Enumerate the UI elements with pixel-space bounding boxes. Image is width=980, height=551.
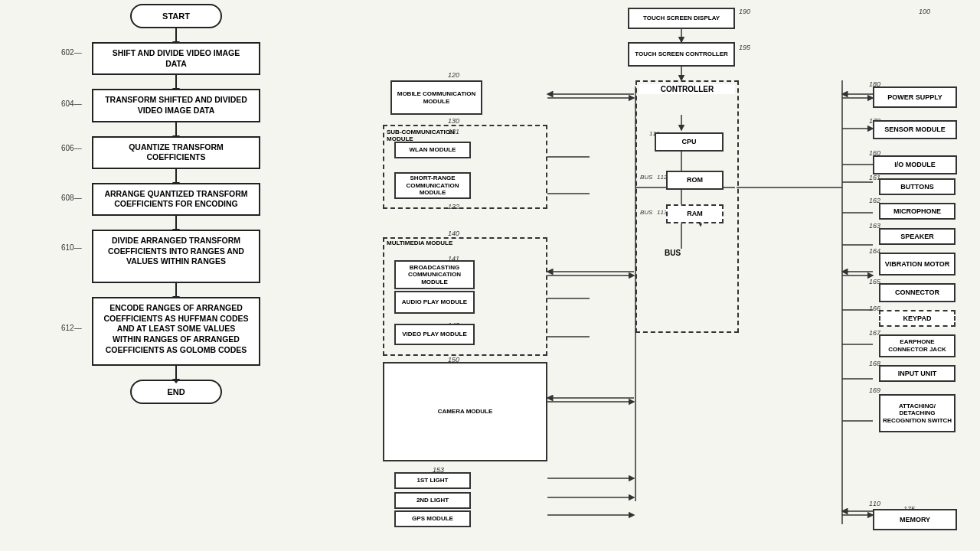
- attaching-block: ATTACHING/ DETACHING RECOGNITION SWITCH: [879, 394, 956, 432]
- label-610: 610—: [61, 243, 82, 252]
- label-602: 602—: [61, 48, 82, 57]
- label-612: 612—: [61, 324, 82, 332]
- buttons-block: BUTTONS: [879, 178, 956, 195]
- touch-screen-controller-block: TOUCH SCREEN CONTROLLER: [628, 42, 735, 67]
- sensor-block: SENSOR MODULE: [873, 120, 957, 139]
- ref-190: 190: [739, 8, 750, 15]
- step-604-row: 604— TRANSFORM SHIFTED AND DIVIDED VIDEO…: [61, 89, 291, 122]
- step-612-row: 612— ENCODE RANGES OF ARRANGED COEFFICIE…: [61, 297, 291, 366]
- sub-comm-label: SUB-COMMUNICATION MODULE: [387, 129, 463, 142]
- step-604-box: TRANSFORM SHIFTED AND DIVIDED VIDEO IMAG…: [92, 89, 260, 122]
- label-604: 604—: [61, 99, 82, 108]
- gps-block: GPS MODULE: [394, 510, 471, 527]
- camera-block: CAMERA MODULE: [383, 362, 547, 461]
- arrow-4: [175, 169, 177, 183]
- earphone-block: EARPHONE CONNECTOR JACK: [879, 334, 956, 357]
- ref-132: 132: [448, 203, 459, 210]
- mobile-comm-block: MOBILE COMMUNICATION MODULE: [390, 80, 482, 115]
- step-610-box: DIVIDE ARRANGED TRANSFORM COEFFICIENTS I…: [92, 230, 260, 283]
- ref-140: 140: [448, 230, 459, 237]
- step-610-row: 610— DIVIDE ARRANGED TRANSFORM COEFFICIE…: [61, 230, 291, 283]
- step-608-row: 608— ARRANGE QUANTIZED TRANSFORM COEFFIC…: [61, 183, 291, 216]
- diagram-panel: 100 TOUCH SCREEN DISPLAY 190 TOUCH SCREE…: [375, 0, 980, 551]
- memory-block: MEMORY: [873, 509, 957, 530]
- arrow-2: [175, 75, 177, 89]
- step-612-box: ENCODE RANGES OF ARRANGED COEFFICIENTS A…: [92, 297, 260, 366]
- flowchart-panel: START 602— SHIFT AND DIVIDE VIDEO IMAGE …: [0, 0, 375, 551]
- broadcasting-block: BROADCASTING COMMUNICATION MODULE: [394, 260, 475, 289]
- arrow-6: [175, 283, 177, 297]
- ref-130: 130: [448, 117, 459, 125]
- microphone-block: MICROPHONE: [879, 203, 956, 220]
- label-608: 608—: [61, 194, 82, 202]
- io-module-block: I/O MODULE: [873, 155, 957, 174]
- ref-169: 169: [869, 386, 880, 394]
- label-606: 606—: [61, 144, 82, 152]
- flowchart-container: START 602— SHIFT AND DIVIDE VIDEO IMAGE …: [61, 4, 291, 404]
- vibration-block: VIBRATION MOTOR: [879, 253, 956, 276]
- connector-block: CONNECTOR: [879, 283, 956, 302]
- step-602-box: SHIFT AND DIVIDE VIDEO IMAGE DATA: [92, 42, 260, 75]
- ref-110: 110: [869, 500, 880, 507]
- controller-dashed-box: [635, 80, 739, 333]
- controller-label: CONTROLLER: [639, 84, 735, 94]
- start-oval: START: [130, 4, 222, 28]
- light2-block: 2ND LIGHT: [394, 492, 471, 509]
- step-602-row: 602— SHIFT AND DIVIDE VIDEO IMAGE DATA: [61, 42, 291, 75]
- audio-play-block: AUDIO PLAY MODULE: [394, 291, 475, 314]
- arrow-3: [175, 122, 177, 136]
- power-supply-block: POWER SUPPLY: [873, 86, 957, 108]
- input-unit-block: INPUT UNIT: [879, 365, 956, 382]
- multimedia-label: MULTIMEDIA MODULE: [387, 240, 452, 246]
- ref-195: 195: [739, 44, 750, 51]
- video-play-block: VIDEO PLAY MODULE: [394, 324, 475, 345]
- keypad-block: KEYPAD: [879, 310, 956, 327]
- step-606-box: QUANTIZE TRANSFORM COEFFICIENTS: [92, 136, 260, 169]
- ref-100: 100: [919, 8, 930, 15]
- short-range-block: SHORT-RANGE COMMUNICATION MODULE: [394, 172, 471, 199]
- touch-screen-display-block: TOUCH SCREEN DISPLAY: [628, 8, 735, 29]
- diagram-container: 100 TOUCH SCREEN DISPLAY 190 TOUCH SCREE…: [383, 4, 972, 547]
- bus-main-label: BUS: [665, 249, 681, 257]
- arrow-1: [175, 28, 177, 42]
- light1-block: 1ST LIGHT: [394, 472, 471, 489]
- speaker-block: SPEAKER: [879, 228, 956, 245]
- arrow-5: [175, 216, 177, 230]
- step-608-box: ARRANGE QUANTIZED TRANSFORM COEFFICIENTS…: [92, 183, 260, 216]
- arrow-7: [175, 366, 177, 380]
- ref-120: 120: [448, 71, 459, 79]
- wlan-block: WLAN MODULE: [394, 142, 471, 158]
- step-606-row: 606— QUANTIZE TRANSFORM COEFFICIENTS: [61, 136, 291, 169]
